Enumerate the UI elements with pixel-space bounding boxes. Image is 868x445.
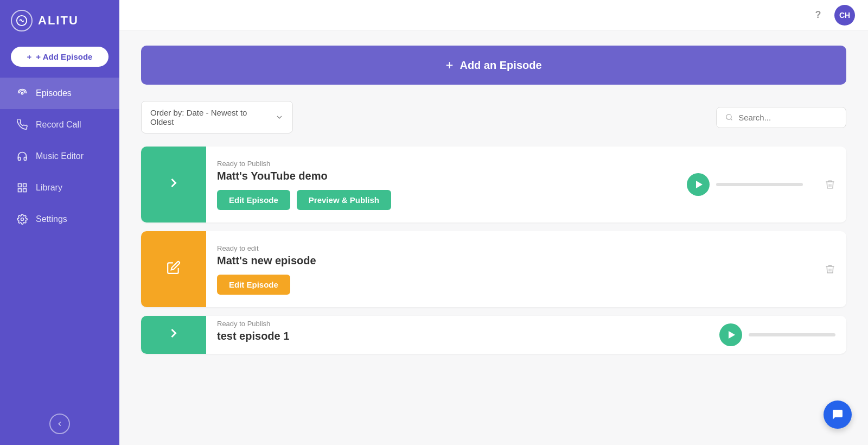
add-episode-label: + Add Episode <box>36 52 92 61</box>
plus-icon: + <box>27 52 32 61</box>
delete-button-2[interactable] <box>814 264 846 275</box>
settings-label: Settings <box>36 214 67 224</box>
play-triangle-icon-1 <box>696 181 703 188</box>
episode-player-1 <box>676 173 814 196</box>
episode-thumbnail-2[interactable] <box>141 231 206 307</box>
episode-title-3: test episode 1 <box>217 330 698 342</box>
svg-line-8 <box>731 119 732 120</box>
content-area: + Add an Episode Order by: Date - Newest… <box>119 30 868 445</box>
main-content: ? CH + Add an Episode Order by: Date - N… <box>119 0 868 445</box>
edit-episode-button-2[interactable]: Edit Episode <box>217 275 290 295</box>
sidebar-item-settings[interactable]: Settings <box>0 204 119 235</box>
edit-episode-button-1[interactable]: Edit Episode <box>217 190 290 210</box>
delete-button-1[interactable] <box>814 179 846 190</box>
episode-thumbnail-1[interactable] <box>141 147 206 223</box>
play-button-3[interactable] <box>719 323 742 346</box>
logo-icon <box>11 10 33 31</box>
pencil-icon <box>167 260 181 278</box>
sidebar-item-record-call[interactable]: Record Call <box>0 109 119 141</box>
episodes-label: Episodes <box>36 88 72 98</box>
progress-bar-3[interactable] <box>749 333 835 336</box>
sidebar-item-music-editor[interactable]: Music Editor <box>0 141 119 172</box>
sidebar-item-library[interactable]: Library <box>0 172 119 204</box>
chevron-right-icon-3 <box>166 326 181 344</box>
preview-publish-button-1[interactable]: Preview & Publish <box>297 190 391 210</box>
svg-rect-5 <box>23 189 27 192</box>
svg-point-1 <box>21 92 23 94</box>
episode-status-1: Ready to Publish <box>217 160 665 168</box>
sidebar-item-episodes[interactable]: Episodes <box>0 78 119 109</box>
episode-status-3: Ready to Publish <box>217 320 698 328</box>
help-button[interactable]: ? <box>810 8 826 23</box>
library-label: Library <box>36 183 62 193</box>
episode-info-3: Ready to Publish test episode 1 <box>206 316 709 354</box>
search-box <box>716 107 846 128</box>
banner-plus-icon: + <box>445 58 453 73</box>
radio-waves-icon <box>16 87 28 99</box>
grid-icon <box>16 182 28 194</box>
episode-actions-2: Edit Episode <box>217 275 510 295</box>
episode-actions-1: Edit Episode Preview & Publish <box>217 190 665 210</box>
episode-card-2: Ready to edit Matt's new episode Edit Ep… <box>141 231 846 307</box>
sidebar-add-episode-button[interactable]: + + Add Episode <box>11 47 108 67</box>
order-by-value: Order by: Date - Newest to Oldest <box>150 108 270 126</box>
svg-rect-4 <box>18 189 22 192</box>
chevron-right-icon <box>166 175 181 194</box>
svg-rect-2 <box>18 184 22 187</box>
phone-icon <box>16 119 28 131</box>
gear-icon <box>16 213 28 225</box>
search-icon <box>725 113 733 122</box>
episode-card-3: Ready to Publish test episode 1 <box>141 316 846 354</box>
topbar: ? CH <box>119 0 868 30</box>
episode-info-2: Ready to edit Matt's new episode Edit Ep… <box>206 234 521 304</box>
add-episode-banner-label: Add an Episode <box>459 59 541 72</box>
collapse-sidebar-button[interactable] <box>49 414 70 434</box>
svg-rect-3 <box>23 184 27 187</box>
episode-title-2: Matt's new episode <box>217 255 510 267</box>
chat-bubble-button[interactable] <box>824 400 852 429</box>
avatar[interactable]: CH <box>834 5 855 26</box>
record-call-label: Record Call <box>36 120 81 130</box>
sidebar-bottom <box>0 414 119 434</box>
progress-bar-1[interactable] <box>716 183 803 186</box>
svg-point-6 <box>21 218 24 221</box>
logo-text: ALITU <box>38 14 79 28</box>
episode-thumbnail-3[interactable] <box>141 316 206 354</box>
logo: ALITU <box>0 0 119 41</box>
chevron-down-icon <box>275 113 284 122</box>
play-button-1[interactable] <box>687 173 710 196</box>
play-triangle-icon-3 <box>729 331 735 339</box>
svg-point-7 <box>726 115 731 119</box>
episode-title-1: Matt's YouTube demo <box>217 170 665 182</box>
headphones-icon <box>16 150 28 162</box>
add-episode-banner[interactable]: + Add an Episode <box>141 46 846 85</box>
controls-row: Order by: Date - Newest to Oldest <box>141 101 846 134</box>
episode-player-3 <box>709 323 846 346</box>
sidebar-nav: Episodes Record Call Music Editor <box>0 78 119 235</box>
episode-status-2: Ready to edit <box>217 244 510 252</box>
sidebar: ALITU + + Add Episode Episodes Record Ca… <box>0 0 119 445</box>
music-editor-label: Music Editor <box>36 151 84 161</box>
episode-info-1: Ready to Publish Matt's YouTube demo Edi… <box>206 150 676 220</box>
episode-card: Ready to Publish Matt's YouTube demo Edi… <box>141 147 846 223</box>
order-by-select[interactable]: Order by: Date - Newest to Oldest <box>141 101 293 134</box>
search-input[interactable] <box>738 113 837 122</box>
